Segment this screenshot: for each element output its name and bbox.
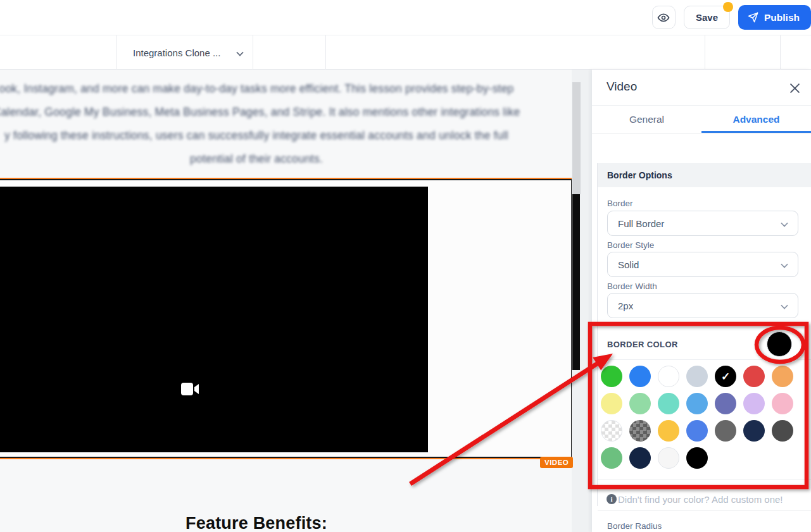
tab-general[interactable]: General [592, 106, 701, 133]
border-field-label: Border [607, 199, 633, 208]
color-swatch[interactable] [686, 447, 708, 469]
border-dropdown[interactable]: Full Border [607, 211, 798, 236]
color-swatch[interactable] [658, 447, 679, 469]
page-builder-app: Save Publish Integrations Clone ... [0, 0, 811, 532]
page-selector-dropdown[interactable]: Integrations Clone ... [133, 35, 243, 70]
eye-icon [657, 12, 670, 23]
border-style-dropdown-value: Solid [618, 259, 639, 270]
check-icon: ✓ [715, 366, 736, 387]
editor-toolbar: Integrations Clone ... [0, 35, 811, 70]
border-style-field-label: Border Style [607, 240, 654, 250]
send-icon [748, 12, 758, 23]
color-swatch[interactable] [601, 447, 622, 469]
chevron-down-icon [781, 220, 788, 226]
canvas-scrollbar-thumb-dark[interactable] [572, 194, 580, 370]
border-options-section-header: Border Options [598, 163, 811, 187]
color-swatch[interactable] [601, 366, 622, 387]
publish-button[interactable]: Publish [738, 5, 811, 30]
add-custom-color-link[interactable]: i Didn't find your color? Add custom one… [607, 488, 805, 510]
top-header: Save Publish [0, 0, 811, 35]
color-swatch[interactable] [601, 393, 622, 414]
color-swatch[interactable] [629, 447, 651, 469]
chevron-down-icon [781, 261, 788, 268]
panel-header: Video [592, 70, 811, 106]
border-width-dropdown-value: 2px [618, 300, 633, 311]
blurred-text-line: ook, Instagram, and more can make day-to… [0, 77, 573, 101]
divider [598, 510, 811, 510]
color-swatch[interactable] [686, 366, 708, 387]
toolbar-divider [253, 35, 253, 70]
color-swatch[interactable] [629, 393, 651, 414]
blurred-text-line: Calendar, Google My Business, Meta Busin… [0, 101, 573, 124]
color-swatch[interactable] [601, 420, 622, 442]
color-swatch[interactable]: ✓ [715, 366, 736, 387]
border-style-dropdown[interactable]: Solid [607, 252, 798, 277]
video-settings-panel: Video General Advanced Border Options Bo… [592, 70, 811, 532]
chevron-down-icon [237, 49, 243, 56]
color-swatch[interactable] [658, 393, 679, 414]
video-camera-icon [180, 381, 201, 397]
blurred-text-line: potential of their accounts. [0, 147, 573, 171]
tab-advanced[interactable]: Advanced [701, 106, 811, 133]
chevron-down-icon [781, 302, 788, 309]
color-swatch[interactable] [743, 366, 765, 387]
divider [598, 479, 811, 480]
color-swatch[interactable] [743, 420, 765, 442]
editor-canvas: ook, Instagram, and more can make day-to… [0, 70, 581, 532]
color-swatch[interactable] [686, 393, 708, 414]
border-dropdown-value: Full Border [618, 218, 664, 229]
color-swatch[interactable] [658, 420, 679, 442]
border-color-label: BORDER COLOR [607, 340, 678, 349]
toolbar-divider [116, 35, 116, 70]
color-swatch[interactable] [743, 393, 765, 414]
border-color-header: BORDER COLOR [598, 330, 811, 359]
unsaved-changes-dot [723, 2, 733, 12]
color-swatch[interactable] [686, 420, 708, 442]
color-swatch[interactable] [772, 366, 793, 387]
info-icon: i [607, 494, 617, 504]
selected-color-swatch[interactable] [767, 331, 792, 357]
canvas-scrollbar-thumb[interactable] [572, 82, 581, 194]
toolbar-divider [780, 35, 781, 70]
color-swatch[interactable] [772, 420, 793, 442]
canvas-panel-gap [581, 70, 592, 532]
border-radius-field-label: Border Radius [607, 521, 662, 531]
color-swatch[interactable] [715, 393, 736, 414]
preview-button[interactable] [652, 6, 676, 29]
divider [598, 359, 811, 360]
close-icon [789, 83, 800, 94]
blurred-paragraph: ook, Instagram, and more can make day-to… [0, 77, 573, 171]
save-button-label: Save [696, 12, 718, 23]
color-swatch[interactable] [715, 420, 736, 442]
panel-tabs: General Advanced [592, 106, 811, 133]
feature-benefits-heading: Feature Benefits: [0, 514, 513, 532]
panel-title: Video [607, 80, 637, 94]
color-palette-grid: ✓ [601, 366, 802, 469]
border-width-field-label: Border Width [607, 281, 657, 291]
publish-button-label: Publish [764, 12, 800, 23]
color-swatch[interactable] [772, 393, 793, 414]
page-selector-label: Integrations Clone ... [133, 47, 220, 58]
video-player[interactable] [0, 187, 428, 452]
color-swatch[interactable] [629, 366, 651, 387]
custom-color-hint-text: Didn't find your color? Add custom one! [618, 494, 783, 505]
toolbar-divider [705, 35, 705, 70]
video-element-badge: VIDEO [540, 457, 573, 468]
close-panel-button[interactable] [786, 79, 803, 97]
blurred-text-line: y following these instructions, users ca… [0, 124, 573, 147]
color-swatch[interactable] [658, 366, 679, 387]
border-width-dropdown[interactable]: 2px [607, 293, 798, 318]
save-button[interactable]: Save [684, 6, 730, 29]
toolbar-divider [325, 35, 326, 70]
color-swatch[interactable] [629, 420, 651, 442]
